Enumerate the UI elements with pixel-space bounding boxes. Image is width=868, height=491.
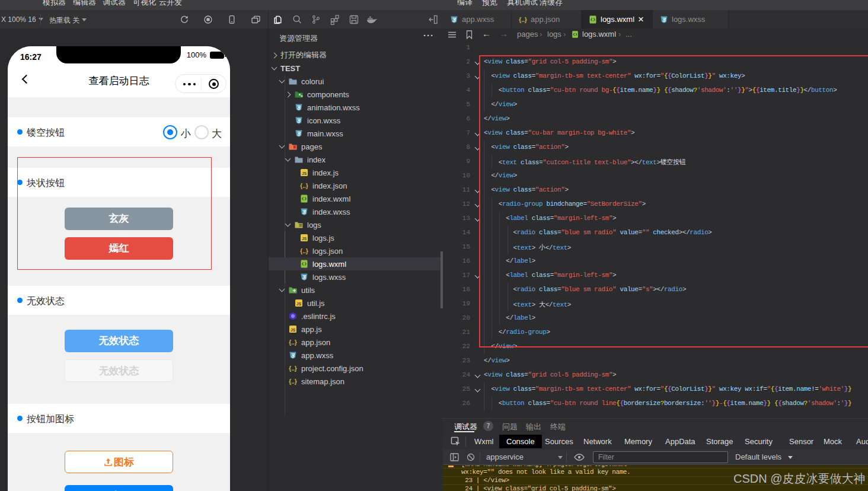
svg-text:JS: JS xyxy=(291,328,296,332)
svg-text:{..}: {..} xyxy=(300,248,308,254)
svg-text:{..}: {..} xyxy=(289,365,296,372)
svg-text:JS: JS xyxy=(296,302,302,306)
svg-text:{..}: {..} xyxy=(289,339,296,346)
svg-text:{..}: {..} xyxy=(289,378,296,385)
svg-text:{..}: {..} xyxy=(300,183,308,189)
svg-text:{..}: {..} xyxy=(519,17,526,23)
svg-text:JS: JS xyxy=(302,237,307,241)
svg-text:JS: JS xyxy=(302,171,307,176)
